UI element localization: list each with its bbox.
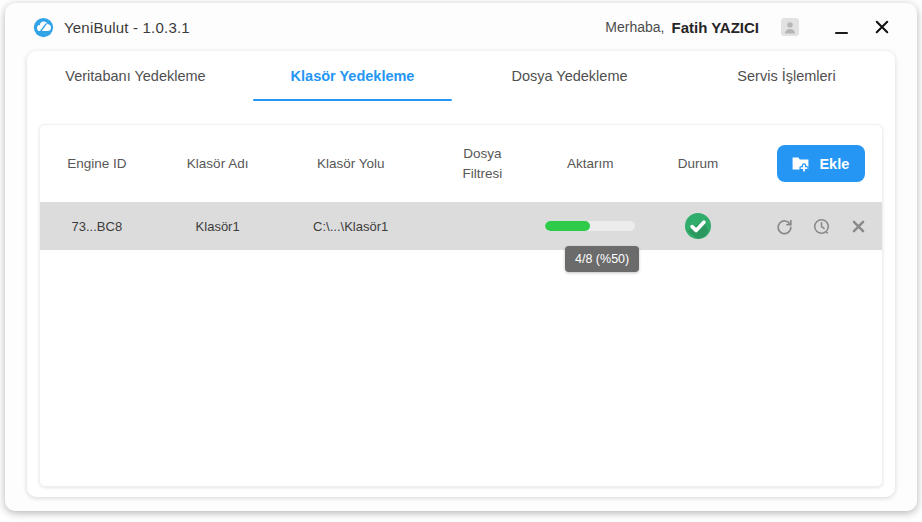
column-header-transfer: Aktarım [545, 154, 635, 174]
transfer-progress-bar [545, 221, 635, 231]
tab-klasor-yedekleme[interactable]: Klasör Yedekleme [244, 51, 461, 101]
main-panel: Veritabanı Yedekleme Klasör Yedekleme Do… [27, 51, 895, 497]
status-success-check-icon [685, 213, 711, 239]
delete-backup-button[interactable] [848, 216, 868, 236]
cell-transfer [545, 221, 635, 231]
cell-status [635, 213, 760, 239]
add-button-label: Ekle [819, 156, 849, 172]
tab-bar: Veritabanı Yedekleme Klasör Yedekleme Do… [27, 51, 895, 101]
window-title: YeniBulut - 1.0.3.1 [64, 19, 190, 36]
tab-servis-islemleri[interactable]: Servis İşlemleri [678, 51, 895, 101]
app-window: YeniBulut - 1.0.3.1 Merhaba, Fatih YAZIC… [5, 3, 917, 511]
table-row: 73...BC8 Klasör1 C:\...\Klasör1 [40, 202, 882, 250]
table-header-row: Engine ID Klasör Adı Klasör Yolu Dosya F… [40, 125, 882, 202]
user-avatar-icon[interactable] [781, 18, 799, 36]
progress-tooltip: 4/8 (%50) [565, 246, 639, 272]
add-folder-button[interactable]: Ekle [777, 145, 865, 182]
cell-actions [761, 216, 882, 236]
close-icon [873, 18, 891, 36]
cell-folder-path: C:\...\Klasör1 [282, 219, 420, 234]
user-name: Fatih YAZICI [671, 19, 759, 36]
cell-engine-id: 73...BC8 [40, 219, 154, 234]
schedule-history-button[interactable] [811, 216, 831, 236]
close-button[interactable] [873, 18, 891, 36]
cell-folder-name: Klasör1 [154, 219, 282, 234]
greeting-text: Merhaba, [605, 19, 664, 35]
app-logo-cloud-icon [33, 17, 54, 38]
minimize-icon [835, 32, 848, 34]
column-header-status: Durum [635, 154, 760, 174]
folder-backup-table: Engine ID Klasör Adı Klasör Yolu Dosya F… [39, 124, 883, 487]
progress-fill [545, 221, 590, 231]
tab-veritabani-yedekleme[interactable]: Veritabanı Yedekleme [27, 51, 244, 101]
refresh-icon [775, 217, 794, 236]
column-header-folder-name: Klasör Adı [154, 154, 282, 174]
column-header-engine-id: Engine ID [40, 154, 154, 174]
column-header-file-filter: Dosya Filtresi [420, 144, 545, 183]
column-header-folder-path: Klasör Yolu [282, 154, 420, 174]
x-icon [849, 217, 868, 236]
clock-icon [812, 217, 831, 236]
tab-dosya-yedekleme[interactable]: Dosya Yedekleme [461, 51, 678, 101]
restart-backup-button[interactable] [774, 216, 794, 236]
minimize-button[interactable] [833, 17, 849, 37]
folder-plus-icon [790, 154, 811, 173]
title-bar: YeniBulut - 1.0.3.1 Merhaba, Fatih YAZIC… [5, 3, 917, 51]
